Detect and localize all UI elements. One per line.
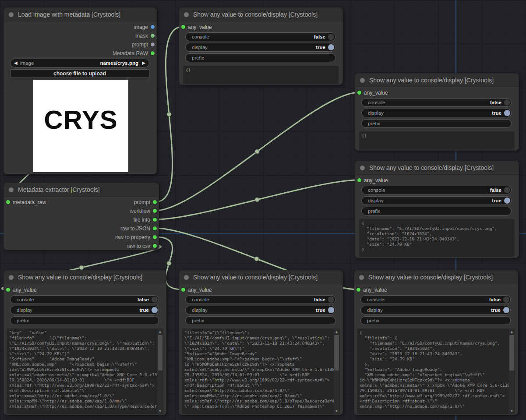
- port-dot-icon[interactable]: [356, 287, 361, 292]
- port-dot-icon[interactable]: [181, 287, 186, 292]
- port-dot-icon[interactable]: [150, 25, 155, 29]
- port-dot-icon[interactable]: [152, 244, 157, 248]
- port-dot-icon[interactable]: [152, 235, 157, 240]
- node-collapse-dot-icon[interactable]: [359, 275, 364, 280]
- node-title-bar[interactable]: Show any value to console/display [Cryst…: [354, 271, 518, 284]
- link-center-dot[interactable]: [167, 261, 171, 265]
- toggle-knob-icon[interactable]: [328, 34, 334, 40]
- toggle-knob-icon[interactable]: [504, 99, 510, 106]
- node-show-any-value-workflow[interactable]: Show any value to console/display [Cryst…: [355, 73, 519, 151]
- scrollbar[interactable]: ▲▼: [334, 329, 339, 414]
- prefix-input[interactable]: prefix: [185, 316, 335, 325]
- scroll-up-icon[interactable]: ▲: [334, 329, 339, 335]
- console-toggle[interactable]: console false: [185, 295, 335, 304]
- port-dot-icon[interactable]: [152, 226, 157, 231]
- node-collapse-dot-icon[interactable]: [184, 275, 189, 280]
- prefix-input[interactable]: prefix: [10, 316, 159, 325]
- port-dot-icon[interactable]: [357, 90, 362, 95]
- console-toggle[interactable]: console false: [361, 98, 512, 107]
- combo-left-arrow-icon[interactable]: ◀: [14, 60, 18, 65]
- output-display[interactable]: { "filename": "E:/AI/SD/comfyUI.input/na…: [359, 219, 515, 257]
- display-toggle[interactable]: display true: [10, 306, 159, 314]
- toggle-knob-icon[interactable]: [328, 44, 334, 50]
- output-display[interactable]: "key" "value" "fileinfo" "{\"filename\":…: [7, 328, 163, 414]
- toggle-knob-icon[interactable]: [504, 198, 510, 204]
- prefix-input[interactable]: prefix: [361, 207, 512, 215]
- console-toggle[interactable]: console false: [10, 295, 159, 304]
- image-file-combo[interactable]: ◀ image names/crys.png ▶: [10, 59, 149, 67]
- node-collapse-dot-icon[interactable]: [360, 166, 365, 170]
- node-show-any-value-csv[interactable]: Show any value to console/display [Cryst…: [4, 270, 166, 415]
- scrollbar[interactable]: ▲▼: [509, 329, 515, 414]
- prefix-input[interactable]: prefix: [185, 53, 335, 62]
- scroll-thumb[interactable]: [509, 335, 514, 371]
- output-display[interactable]: {}: [183, 66, 339, 84]
- scroll-up-icon[interactable]: ▲: [157, 329, 163, 335]
- link-center-dot[interactable]: [79, 265, 84, 270]
- node-title-bar[interactable]: Show any value to console/display [Cryst…: [355, 161, 519, 175]
- scroll-down-icon[interactable]: ▼: [157, 408, 163, 414]
- node-collapse-dot-icon[interactable]: [9, 275, 14, 280]
- node-title-bar[interactable]: Show any value to console/display [Cryst…: [179, 8, 342, 21]
- node-metadata-extractor[interactable]: Metadata extractor [Crystools] metadata_…: [4, 183, 159, 250]
- toggle-knob-icon[interactable]: [328, 296, 334, 303]
- console-toggle[interactable]: console false: [185, 32, 335, 41]
- node-show-any-value-property[interactable]: Show any value to console/display [Cryst…: [179, 270, 343, 415]
- node-title-bar[interactable]: Show any value to console/display [Cryst…: [4, 271, 166, 284]
- display-toggle[interactable]: display true: [361, 196, 512, 205]
- node-show-any-value-fileinfo[interactable]: Show any value to console/display [Cryst…: [355, 161, 519, 258]
- display-toggle[interactable]: display true: [185, 306, 335, 314]
- node-collapse-dot-icon[interactable]: [184, 12, 189, 17]
- node-collapse-dot-icon[interactable]: [360, 78, 365, 83]
- port-dot-icon[interactable]: [357, 178, 362, 183]
- display-toggle[interactable]: display true: [361, 109, 512, 117]
- prefix-input[interactable]: prefix: [361, 119, 512, 128]
- prefix-input[interactable]: prefix: [360, 316, 511, 325]
- display-toggle[interactable]: display true: [185, 43, 335, 52]
- port-dot-icon[interactable]: [181, 25, 186, 29]
- link-center-dot[interactable]: [254, 257, 259, 261]
- scroll-thumb[interactable]: [334, 335, 339, 371]
- link-center-dot[interactable]: [255, 149, 259, 154]
- node-title-bar[interactable]: Metadata extractor [Crystools]: [4, 183, 159, 197]
- scroll-thumb[interactable]: [158, 335, 162, 371]
- combo-right-arrow-icon[interactable]: ▶: [142, 60, 145, 65]
- port-dot-icon[interactable]: [150, 42, 155, 47]
- toggle-knob-icon[interactable]: [328, 307, 334, 313]
- display-toggle[interactable]: display true: [360, 306, 511, 314]
- output-display[interactable]: {}: [359, 131, 515, 150]
- scroll-up-icon[interactable]: ▲: [509, 329, 515, 335]
- node-show-any-value-json[interactable]: Show any value to console/display [Cryst…: [354, 270, 518, 415]
- toggle-knob-icon[interactable]: [504, 110, 510, 116]
- scroll-down-icon[interactable]: ▼: [509, 408, 515, 414]
- port-dot-icon[interactable]: [150, 33, 155, 38]
- toggle-knob-icon[interactable]: [504, 187, 510, 193]
- node-show-any-value-prompt[interactable]: Show any value to console/display [Cryst…: [179, 7, 343, 85]
- node-title-bar[interactable]: Load image with metadata [Crystools]: [4, 8, 156, 21]
- toggle-knob-icon[interactable]: [503, 296, 509, 303]
- node-title-bar[interactable]: Show any value to console/display [Cryst…: [355, 74, 519, 87]
- output-display[interactable]: "fileinfo"="{\"filename\": \"E:/AI/SD/co…: [182, 328, 340, 414]
- port-dot-icon[interactable]: [6, 287, 11, 292]
- toggle-knob-icon[interactable]: [152, 307, 158, 313]
- link-center-dot[interactable]: [255, 198, 259, 202]
- console-toggle[interactable]: console false: [361, 186, 512, 194]
- port-dot-icon[interactable]: [150, 51, 155, 56]
- node-collapse-dot-icon[interactable]: [9, 12, 14, 17]
- port-dot-icon[interactable]: [152, 200, 157, 205]
- scrollbar[interactable]: ▲▼: [157, 329, 163, 414]
- node-title-bar[interactable]: Show any value to console/display [Cryst…: [179, 271, 342, 284]
- console-toggle[interactable]: console false: [360, 295, 511, 304]
- toggle-knob-icon[interactable]: [503, 307, 509, 313]
- scroll-down-icon[interactable]: ▼: [334, 408, 339, 414]
- graph-canvas[interactable]: Load image with metadata [Crystools] ima…: [0, 0, 526, 420]
- node-collapse-dot-icon[interactable]: [9, 187, 14, 192]
- link-center-dot[interactable]: [167, 112, 171, 116]
- toggle-knob-icon[interactable]: [152, 296, 158, 303]
- port-dot-icon[interactable]: [6, 200, 11, 205]
- port-dot-icon[interactable]: [152, 217, 157, 222]
- output-display[interactable]: { "fileinfo": { "filename": "E:/AI/SD/co…: [357, 328, 515, 414]
- node-load-image-with-metadata[interactable]: Load image with metadata [Crystools] ima…: [4, 7, 157, 174]
- port-dot-icon[interactable]: [152, 208, 157, 213]
- choose-file-button[interactable]: choose file to upload: [10, 69, 149, 78]
